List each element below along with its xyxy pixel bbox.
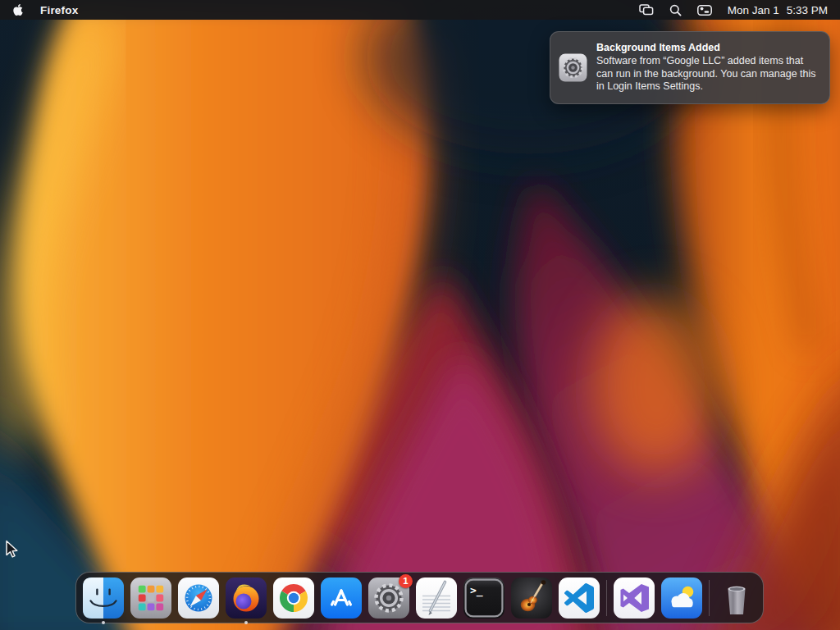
terminal-icon: >_ — [463, 578, 504, 619]
dock-item-terminal[interactable]: >_ — [463, 578, 504, 619]
launchpad-icon — [130, 578, 171, 619]
search-icon — [669, 4, 682, 16]
trash-icon — [716, 578, 757, 619]
menu-bar-time: 5:33 PM — [787, 4, 828, 16]
firefox-icon — [226, 578, 267, 619]
chrome-icon — [273, 578, 314, 619]
safari-icon — [178, 578, 219, 619]
weather-icon — [661, 578, 702, 619]
dock-item-trash[interactable] — [716, 578, 757, 619]
dock-item-chrome[interactable] — [273, 578, 314, 619]
dock: 1 >_ — [75, 572, 764, 623]
control-center-icon — [697, 5, 712, 16]
settings-notification-badge: 1 — [399, 574, 413, 588]
dock-item-garageband[interactable] — [511, 578, 552, 619]
textedit-icon — [416, 578, 457, 619]
dock-divider — [709, 580, 710, 616]
system-settings-gear-icon — [558, 52, 588, 83]
visual-studio-icon — [614, 578, 655, 619]
dock-divider — [606, 580, 607, 616]
dock-item-safari[interactable] — [178, 578, 219, 619]
vscode-icon — [559, 578, 600, 619]
mouse-cursor — [5, 540, 19, 559]
dock-item-finder[interactable] — [83, 578, 124, 619]
svg-text:>_: >_ — [470, 584, 483, 597]
apple-menu[interactable] — [12, 3, 24, 16]
running-indicator — [102, 621, 105, 624]
dock-item-app-store[interactable] — [321, 578, 362, 619]
notification-body: Software from “Google LLC” added items t… — [596, 55, 819, 94]
dock-item-launchpad[interactable] — [130, 578, 171, 619]
dock-item-vscode[interactable] — [559, 578, 600, 619]
menu-bar-date: Mon Jan 1 — [728, 4, 779, 16]
dock-item-weather[interactable] — [661, 578, 702, 619]
running-indicator — [244, 621, 248, 624]
stage-manager-icon — [639, 4, 654, 16]
menu-bar-clock[interactable]: Mon Jan 1 5:33 PM — [728, 4, 828, 16]
notification-banner[interactable]: Background Items Added Software from “Go… — [550, 31, 830, 104]
apple-logo-icon — [12, 3, 24, 16]
dock-item-textedit[interactable] — [416, 578, 457, 619]
control-center-menu-item[interactable] — [697, 5, 712, 16]
active-app-menu[interactable]: Firefox — [40, 4, 78, 16]
dock-item-system-settings[interactable]: 1 — [368, 578, 409, 619]
notification-title: Background Items Added — [596, 42, 819, 53]
finder-icon — [83, 578, 124, 619]
stage-manager-menu-item[interactable] — [639, 4, 654, 16]
spotlight-menu-item[interactable] — [669, 4, 682, 16]
desktop: Firefox — [0, 0, 840, 630]
app-store-icon — [321, 578, 362, 619]
garageband-icon — [511, 578, 552, 619]
dock-item-firefox[interactable] — [226, 578, 267, 619]
menu-bar: Firefox — [0, 0, 840, 20]
dock-item-visual-studio[interactable] — [614, 578, 655, 619]
